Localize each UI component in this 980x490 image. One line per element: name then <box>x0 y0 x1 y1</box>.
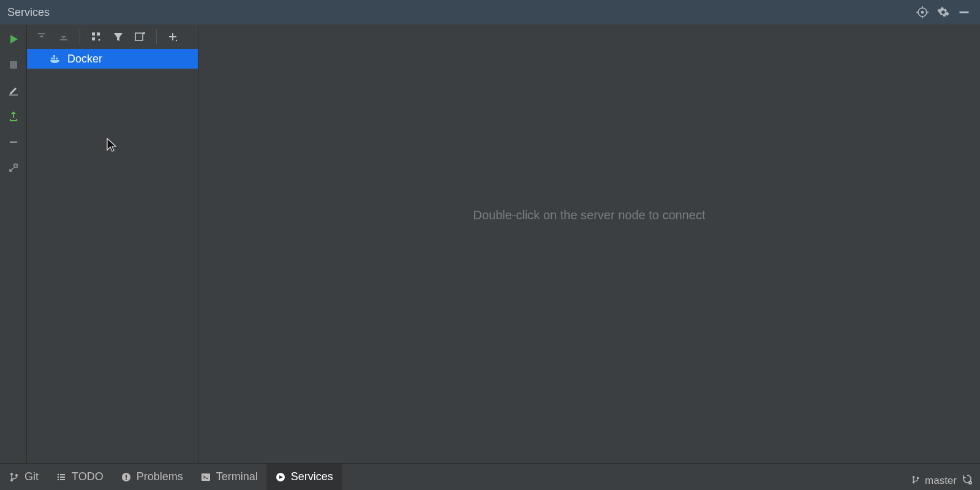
svg-rect-14 <box>97 32 100 36</box>
svg-rect-6 <box>960 12 968 13</box>
branch-icon <box>9 472 20 483</box>
run-icon[interactable] <box>5 31 22 48</box>
status-bar: Git TODO Problems Terminal Services Even… <box>0 463 980 490</box>
tab-services[interactable]: Services <box>266 464 342 491</box>
edit-icon[interactable] <box>5 82 22 99</box>
tab-label: Git <box>24 470 39 483</box>
tab-todo[interactable]: TODO <box>47 464 112 491</box>
sync-settings-icon[interactable] <box>962 474 973 488</box>
expand-all-icon[interactable] <box>32 27 51 47</box>
svg-point-44 <box>917 477 919 480</box>
svg-rect-31 <box>60 474 65 475</box>
svg-point-27 <box>10 473 13 475</box>
terminal-icon <box>200 472 211 483</box>
warning-icon <box>121 472 132 483</box>
tree-item-label: Docker <box>67 53 102 66</box>
panel-title: Services <box>7 6 50 19</box>
svg-rect-15 <box>92 37 95 40</box>
branch-name: master <box>925 475 957 487</box>
target-icon[interactable] <box>914 4 931 21</box>
svg-rect-8 <box>9 95 18 96</box>
svg-rect-35 <box>60 479 65 480</box>
svg-rect-26 <box>53 55 55 57</box>
svg-point-1 <box>921 11 924 13</box>
tree-toolbar <box>27 24 198 49</box>
tree-item-docker[interactable]: Docker <box>27 49 198 69</box>
svg-rect-37 <box>126 475 127 478</box>
hide-icon[interactable] <box>956 4 973 21</box>
svg-rect-25 <box>56 58 58 59</box>
services-tree: Docker <box>27 24 198 463</box>
group-by-icon[interactable] <box>86 27 106 47</box>
svg-point-42 <box>913 476 915 478</box>
svg-rect-24 <box>53 58 55 59</box>
svg-rect-9 <box>10 141 17 143</box>
open-new-tab-icon[interactable] <box>130 27 150 47</box>
expand-window-icon[interactable] <box>5 159 22 176</box>
svg-rect-7 <box>10 61 17 69</box>
collapse-all-icon[interactable] <box>54 27 74 47</box>
svg-rect-23 <box>51 58 53 59</box>
add-service-icon[interactable] <box>163 27 183 47</box>
detail-pane: Double-click on the server node to conne… <box>198 24 980 463</box>
tab-label: Terminal <box>216 470 258 483</box>
list-icon <box>56 472 67 483</box>
tab-git[interactable]: Git <box>0 464 47 491</box>
filter-icon[interactable] <box>108 27 128 47</box>
detail-hint: Double-click on the server node to conne… <box>473 208 705 222</box>
gear-icon[interactable] <box>935 4 952 21</box>
deploy-icon[interactable] <box>5 108 22 125</box>
svg-point-16 <box>99 39 100 41</box>
tab-label: Problems <box>137 470 183 483</box>
svg-point-46 <box>970 482 971 483</box>
services-panel-header: Services <box>0 0 980 24</box>
svg-point-29 <box>15 474 18 477</box>
svg-point-34 <box>58 478 59 480</box>
docker-icon <box>49 53 61 65</box>
svg-rect-12 <box>60 39 67 40</box>
svg-point-30 <box>58 473 59 475</box>
tab-label: TODO <box>72 470 104 483</box>
tab-problems[interactable]: Problems <box>112 464 192 491</box>
collapse-icon[interactable] <box>5 134 22 151</box>
tab-terminal[interactable]: Terminal <box>192 464 266 491</box>
branch-icon <box>911 475 920 487</box>
svg-point-32 <box>58 476 59 478</box>
svg-point-22 <box>176 40 177 41</box>
vcs-branch-widget[interactable]: master <box>904 472 980 490</box>
stop-icon[interactable] <box>5 56 22 74</box>
services-gutter <box>0 24 27 463</box>
svg-rect-38 <box>126 478 127 480</box>
svg-rect-17 <box>135 33 143 40</box>
tab-label: Services <box>291 470 333 483</box>
play-circle-icon <box>275 472 286 483</box>
svg-rect-13 <box>92 32 95 36</box>
svg-rect-10 <box>14 164 17 167</box>
svg-rect-11 <box>38 33 45 34</box>
svg-rect-33 <box>60 477 65 478</box>
